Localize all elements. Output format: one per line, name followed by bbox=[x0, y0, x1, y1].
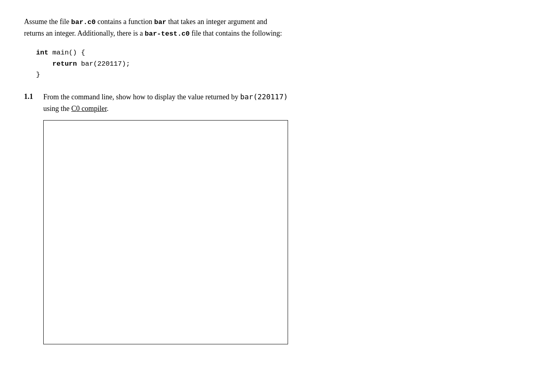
code-close-brace: } bbox=[36, 71, 40, 78]
kw-int: int bbox=[36, 49, 48, 56]
bar-func-inline: bar bbox=[154, 18, 167, 26]
kw-return: return bbox=[52, 60, 77, 68]
code-line-1: int main() { bbox=[36, 47, 516, 58]
c0-compiler-underline: C0 compiler bbox=[71, 105, 107, 113]
bar-test-c0-inline: bar-test.c0 bbox=[145, 30, 189, 38]
intro-line2-prefix: returns an integer. Additionally, there … bbox=[24, 29, 145, 37]
code-block: int main() { return bar(220117); } bbox=[36, 47, 516, 80]
intro-paragraph: Assume the file bar.c0 contains a functi… bbox=[24, 16, 516, 39]
question-body: From the command line, show how to displ… bbox=[43, 91, 288, 344]
answer-box[interactable] bbox=[43, 120, 288, 344]
question-row: 1.1 From the command line, show how to d… bbox=[24, 91, 516, 344]
question-text: From the command line, show how to displ… bbox=[43, 91, 288, 115]
question-line2-suffix: . bbox=[107, 105, 109, 113]
question-line2-prefix: using the bbox=[43, 105, 71, 113]
code-line-2: return bar(220117); bbox=[36, 58, 516, 69]
intro-line1-prefix: Assume the file bbox=[24, 18, 71, 26]
question-text-prefix: From the command line, show how to displ… bbox=[43, 93, 240, 101]
code-line-3: } bbox=[36, 69, 516, 80]
question-number: 1.1 bbox=[24, 91, 37, 102]
code-indent bbox=[36, 60, 52, 68]
intro-line1-suffix: that takes an integer argument and bbox=[166, 18, 267, 26]
question-section: 1.1 From the command line, show how to d… bbox=[24, 91, 516, 344]
code-main: main() { bbox=[52, 49, 85, 56]
code-bar-call: bar(220117); bbox=[81, 60, 130, 68]
intro-line1-middle: contains a bbox=[96, 18, 128, 26]
bar-call-inline: bar(220117) bbox=[240, 92, 288, 101]
bar-c0-inline: bar.c0 bbox=[71, 18, 95, 26]
intro-line2-suffix: file that contains the following: bbox=[189, 29, 282, 37]
intro-function-word: function bbox=[128, 18, 152, 26]
